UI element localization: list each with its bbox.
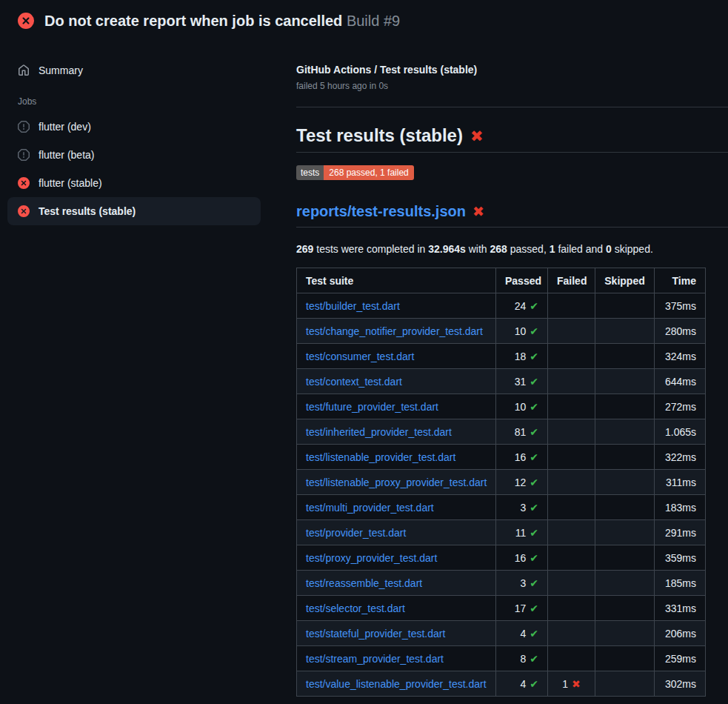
suite-link[interactable]: test/multi_provider_test.dart [306, 502, 434, 514]
suite-link[interactable]: test/selector_test.dart [306, 602, 405, 614]
job-label: flutter (dev) [39, 121, 91, 133]
summary-text: passed, [507, 243, 550, 255]
sidebar-item-summary[interactable]: Summary [7, 56, 261, 84]
suite-cell: test/multi_provider_test.dart [297, 495, 496, 520]
suite-cell: test/provider_test.dart [297, 520, 496, 545]
passed-cell: 24✔ [496, 293, 548, 319]
failed-cell [548, 445, 595, 470]
column-header-test-suite: Test suite [297, 268, 496, 293]
passed-cell-value: 4 [520, 678, 526, 690]
check-icon: ✔ [530, 577, 538, 589]
summary-text: skipped. [612, 243, 653, 255]
breadcrumb: GitHub Actions / Test results (stable) [296, 64, 728, 76]
suite-link[interactable]: test/future_provider_test.dart [306, 401, 438, 413]
job-label: flutter (beta) [39, 149, 94, 161]
suite-link[interactable]: test/provider_test.dart [306, 527, 406, 539]
report-link[interactable]: reports/test-results.json [296, 203, 466, 219]
time-cell: 206ms [655, 621, 706, 646]
time-cell: 185ms [655, 571, 706, 596]
suite-cell: test/stream_provider_test.dart [297, 646, 496, 671]
suite-cell: test/listenable_proxy_provider_test.dart [297, 470, 496, 495]
sidebar-item-flutter-dev[interactable]: flutter (dev) [7, 113, 261, 141]
time-cell: 331ms [655, 596, 706, 621]
skipped-cell [595, 520, 655, 545]
time-cell-value: 272ms [665, 401, 696, 413]
time-cell-value: 644ms [665, 376, 696, 388]
check-icon: ✔ [530, 502, 538, 514]
passed-cell-value: 12 [515, 476, 527, 488]
passed-cell: 31✔ [496, 369, 548, 394]
suite-link[interactable]: test/stateful_provider_test.dart [306, 628, 445, 640]
passed-cell: 4✔ [496, 621, 548, 646]
passed-count: 268 [490, 243, 507, 255]
passed-cell-value: 10 [515, 401, 527, 413]
passed-cell: 10✔ [496, 394, 548, 419]
failed-cell [548, 369, 595, 394]
passed-cell-value: 16 [515, 552, 527, 564]
time-cell-value: 206ms [665, 628, 696, 640]
failed-cell [548, 344, 595, 369]
column-header-passed: Passed [496, 268, 548, 293]
total-time: 32.964s [428, 243, 466, 255]
suite-link[interactable]: test/value_listenable_provider_test.dart [306, 678, 487, 690]
suite-link[interactable]: test/stream_provider_test.dart [306, 653, 444, 665]
run-title: Do not create report when job is cancell… [44, 13, 342, 29]
skipped-cell [595, 344, 655, 369]
suite-cell: test/builder_test.dart [297, 293, 496, 319]
table-row: test/stateful_provider_test.dart4✔206ms [297, 621, 706, 646]
time-cell-value: 311ms [666, 476, 696, 488]
tests-badge-value: 268 passed, 1 failed [324, 165, 413, 180]
table-row: test/consumer_test.dart18✔324ms [297, 344, 706, 369]
cancelled-icon [18, 149, 30, 161]
job-label: flutter (stable) [39, 177, 102, 189]
table-row: test/provider_test.dart11✔291ms [297, 520, 706, 545]
suite-link[interactable]: test/builder_test.dart [306, 300, 400, 312]
job-status-line: failed 5 hours ago in 0s [296, 81, 728, 91]
suite-cell: test/context_test.dart [297, 369, 496, 394]
home-icon [18, 64, 30, 76]
skipped-cell [595, 545, 655, 571]
suite-link[interactable]: test/consumer_test.dart [306, 351, 414, 362]
time-cell-value: 291ms [665, 527, 696, 539]
run-header: Do not create report when job is cancell… [0, 0, 728, 41]
time-cell-value: 259ms [665, 653, 696, 665]
suite-cell: test/value_listenable_provider_test.dart [297, 671, 496, 697]
suite-link[interactable]: test/reassemble_test.dart [306, 577, 422, 589]
time-cell: 302ms [655, 671, 706, 697]
suite-link[interactable]: test/inherited_provider_test.dart [306, 426, 452, 438]
skipped-cell [595, 646, 655, 671]
table-row: test/multi_provider_test.dart3✔183ms [297, 495, 706, 520]
check-icon: ✔ [530, 351, 538, 362]
suite-link[interactable]: test/change_notifier_provider_test.dart [306, 325, 483, 337]
table-row: test/stream_provider_test.dart8✔259ms [297, 646, 706, 671]
failed-cell: 1✖ [548, 671, 595, 697]
suite-link[interactable]: test/context_test.dart [306, 376, 402, 388]
skipped-cell [595, 470, 655, 495]
skipped-cell [595, 596, 655, 621]
passed-cell-value: 8 [520, 653, 526, 665]
summary-line: 269 tests were completed in 32.964s with… [296, 243, 728, 255]
time-cell: 322ms [655, 445, 706, 470]
passed-cell: 12✔ [496, 470, 548, 495]
suite-link[interactable]: test/listenable_provider_test.dart [306, 451, 455, 463]
tests-badge: tests 268 passed, 1 failed [296, 165, 414, 180]
section-title-text: Test results (stable) [296, 125, 463, 145]
failed-cell [548, 646, 595, 671]
check-icon: ✔ [530, 376, 538, 388]
passed-cell: 11✔ [496, 520, 548, 545]
sidebar-summary-label: Summary [39, 64, 83, 76]
job-summary-panel: GitHub Actions / Test results (stable) f… [278, 41, 728, 697]
suite-link[interactable]: test/listenable_proxy_provider_test.dart [306, 476, 487, 488]
sidebar-item-flutter-stable[interactable]: flutter (stable) [7, 169, 261, 197]
suite-link[interactable]: test/proxy_provider_test.dart [306, 552, 437, 564]
passed-cell-value: 4 [520, 628, 526, 640]
sidebar-item-flutter-beta[interactable]: flutter (beta) [7, 141, 261, 169]
passed-cell: 18✔ [496, 344, 548, 369]
sidebar-item-test-results-stable[interactable]: Test results (stable) [7, 197, 261, 225]
failed-cell [548, 596, 595, 621]
skipped-cell [595, 671, 655, 697]
time-cell-value: 1.065s [665, 426, 696, 438]
time-cell: 272ms [655, 394, 706, 419]
passed-cell-value: 16 [515, 451, 527, 463]
failed-cell [548, 545, 595, 571]
